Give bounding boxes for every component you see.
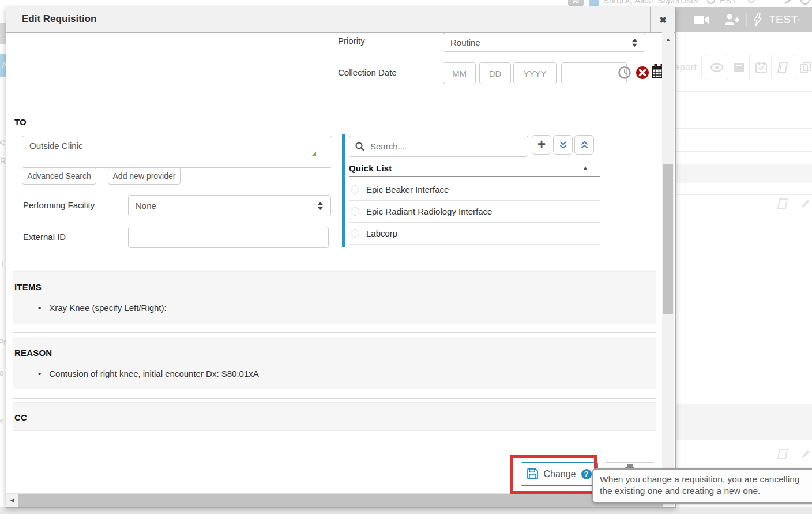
external-id-input[interactable] xyxy=(128,227,329,248)
globe-icon xyxy=(800,0,810,5)
row-divider xyxy=(666,128,812,129)
collection-time-input[interactable] xyxy=(561,62,627,84)
time-clock-icon[interactable] xyxy=(618,66,631,79)
book-icon[interactable] xyxy=(777,198,789,209)
text-fragment: L xyxy=(1,260,6,269)
quick-list-underline xyxy=(349,176,600,177)
background-content: epart xyxy=(666,32,812,507)
bolt-icon[interactable] xyxy=(754,13,762,26)
radio-icon[interactable] xyxy=(351,185,359,194)
user-name: Shrock, Alice xyxy=(603,0,653,5)
modal-header: Edit Requisition ✖ xyxy=(6,7,675,33)
section-divider xyxy=(13,267,656,267)
close-icon[interactable]: ✖ xyxy=(650,7,675,32)
context-label: TEST- xyxy=(769,13,801,26)
vertical-scrollbar[interactable]: ▲ xyxy=(662,32,674,493)
quick-list-item[interactable]: Epic Radiant Radiology Interface xyxy=(349,200,600,223)
collapse-all-button[interactable] xyxy=(574,135,594,155)
radio-icon[interactable] xyxy=(351,207,359,216)
bullet-icon: • xyxy=(38,369,41,378)
priority-label: Priority xyxy=(338,36,365,46)
section-divider xyxy=(13,332,656,333)
add-person-icon[interactable] xyxy=(724,14,739,25)
quick-list-header[interactable]: Quick List xyxy=(349,163,392,173)
advanced-search-button[interactable]: Advanced Search xyxy=(22,167,96,185)
resize-handle[interactable] xyxy=(311,152,316,156)
arrow-icon xyxy=(782,0,792,4)
clock-icon xyxy=(707,0,715,4)
footer-divider xyxy=(13,452,656,452)
eye-icon[interactable] xyxy=(705,55,729,80)
performing-facility-label: Performing Facility xyxy=(23,200,95,210)
directory-search-input[interactable] xyxy=(369,141,522,152)
clear-date-icon[interactable] xyxy=(636,66,649,80)
timezone-label: EST xyxy=(720,0,736,5)
cc-band xyxy=(13,402,656,431)
add-recipient-button[interactable]: + xyxy=(532,135,551,155)
items-band xyxy=(13,271,656,324)
book-icon[interactable] xyxy=(777,449,789,459)
screen: AI Shrock, Alice SuperUser EST TEST- A p… xyxy=(0,0,812,514)
double-chevron-down-icon xyxy=(559,141,567,149)
performing-facility-select[interactable]: None xyxy=(128,195,331,216)
search-icon xyxy=(355,142,364,151)
plus-icon: + xyxy=(537,137,546,151)
section-divider xyxy=(14,104,656,104)
archive-icon[interactable] xyxy=(727,55,751,80)
expand-all-button[interactable] xyxy=(553,135,573,155)
left-fragments: A pe R L Pr ro er xyxy=(0,0,6,514)
recipient-textarea[interactable]: Outside Clinic xyxy=(22,136,332,168)
directory-search-wrap xyxy=(349,136,528,157)
quick-list-item[interactable]: Labcorp xyxy=(349,222,600,245)
scroll-up-icon[interactable]: ▲ xyxy=(662,36,674,42)
change-tooltip: When you change a requisition, you are c… xyxy=(592,468,812,504)
copy-icon[interactable] xyxy=(794,55,812,80)
reason-entry: •Contusion of right knee, initial encoun… xyxy=(38,369,259,378)
external-id-label: External ID xyxy=(23,232,66,242)
edit-requisition-modal: Edit Requisition ✖ Priority Routine Coll… xyxy=(6,7,676,508)
pencil-icon[interactable] xyxy=(800,449,811,459)
directory-accent-bar xyxy=(342,134,345,247)
updown-caret-icon xyxy=(631,38,638,47)
items-entry: •Xray Knee (specify Left/Right): xyxy=(38,303,167,313)
add-new-provider-button[interactable]: Add new provider xyxy=(108,167,181,185)
row-divider xyxy=(666,91,812,92)
quick-list-item-label: Epic Radiant Radiology Interface xyxy=(366,207,492,216)
collection-day-input[interactable] xyxy=(479,62,511,84)
priority-select[interactable]: Routine xyxy=(443,33,645,52)
reason-band xyxy=(13,337,656,389)
calendar-check-icon[interactable] xyxy=(749,55,773,80)
radio-icon[interactable] xyxy=(351,229,359,238)
book-icon[interactable] xyxy=(771,55,795,80)
quick-list-item-label: Epic Beaker Interface xyxy=(366,185,449,194)
horizontal-scrollbar[interactable]: ◀ xyxy=(6,493,674,507)
bullet-icon: • xyxy=(38,303,41,313)
double-chevron-up-icon xyxy=(580,141,589,149)
cc-heading: CC xyxy=(14,412,27,422)
user-role: SuperUser xyxy=(657,0,699,5)
text-fragment: ro xyxy=(0,368,3,377)
video-call-icon[interactable] xyxy=(694,15,710,25)
separator xyxy=(717,13,717,26)
quick-list-item[interactable]: Epic Beaker Interface xyxy=(349,178,600,201)
recipient-field-wrap: Outside Clinic xyxy=(22,136,317,157)
separator xyxy=(746,13,747,26)
collection-year-input[interactable] xyxy=(513,62,557,84)
search-icon xyxy=(748,0,755,3)
vertical-scroll-thumb[interactable] xyxy=(663,164,673,314)
horizontal-scroll-thumb[interactable] xyxy=(18,494,663,507)
nav-fragment xyxy=(0,23,6,44)
pencil-icon[interactable] xyxy=(800,198,811,209)
section-divider xyxy=(13,398,656,399)
modal-title: Edit Requisition xyxy=(22,13,96,25)
nav-tab-fragment: A xyxy=(0,54,6,77)
updown-caret-icon xyxy=(317,201,324,211)
annotation-highlight xyxy=(510,455,597,494)
collection-month-input[interactable] xyxy=(443,62,476,84)
text-fragment: Pr xyxy=(0,337,6,347)
row-divider xyxy=(666,151,812,152)
row-divider xyxy=(666,194,812,195)
text-fragment: pe xyxy=(0,137,6,147)
scroll-left-icon[interactable]: ◀ xyxy=(6,497,18,503)
collapse-caret-icon[interactable]: ▲ xyxy=(582,164,588,171)
